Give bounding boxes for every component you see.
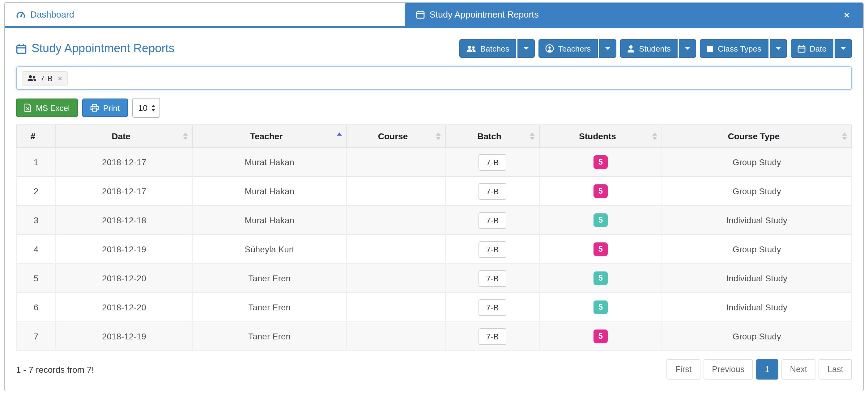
- page-size-spinner[interactable]: 10: [132, 98, 160, 118]
- title-row: Study Appointment Reports Bat: [16, 39, 852, 58]
- sort-icon: [529, 132, 534, 140]
- column-header-course-type[interactable]: Course Type: [662, 125, 851, 147]
- batch-button[interactable]: 7-B: [479, 328, 506, 345]
- page-size-value: 10: [138, 103, 148, 112]
- students-filter-button[interactable]: Students: [620, 39, 678, 58]
- column-header-batch[interactable]: Batch: [446, 125, 539, 147]
- students-count-badge[interactable]: 5: [593, 330, 608, 343]
- filter-label: Date: [810, 44, 827, 53]
- row-number-cell: 4: [17, 235, 56, 264]
- pagination-last-button[interactable]: Last: [819, 359, 852, 379]
- date-cell: 2018-12-18: [56, 206, 193, 235]
- column-header-num[interactable]: #: [17, 125, 56, 147]
- course-cell: [346, 235, 446, 264]
- course-type-cell: Group Study: [662, 177, 851, 206]
- caret-down-icon: [605, 47, 610, 50]
- batches-dropdown-toggle[interactable]: [518, 39, 535, 58]
- tab-dashboard[interactable]: Dashboard: [5, 3, 405, 26]
- column-label: Date: [112, 131, 130, 141]
- row-number-cell: 5: [17, 264, 56, 293]
- print-button[interactable]: Print: [82, 99, 128, 117]
- calendar-icon: [416, 10, 425, 19]
- close-icon[interactable]: ×: [841, 9, 852, 21]
- students-count-badge[interactable]: 5: [593, 155, 608, 169]
- table-row: 7 2018-12-19 Taner Eren 7-B 5 Group Stud…: [17, 322, 851, 351]
- teacher-cell: Taner Eren: [193, 293, 346, 322]
- course-type-cell: Group Study: [662, 147, 851, 177]
- row-number-cell: 7: [17, 322, 56, 351]
- row-number-cell: 6: [17, 293, 56, 322]
- calendar-icon: [16, 43, 27, 54]
- tab-label: Study Appointment Reports: [430, 9, 539, 20]
- batch-button[interactable]: 7-B: [479, 241, 506, 258]
- filter-label: Students: [639, 44, 671, 53]
- filter-students-group: Students: [620, 39, 696, 58]
- filter-label: Class Types: [718, 44, 762, 53]
- pagination-first-button[interactable]: First: [667, 359, 701, 379]
- column-header-teacher[interactable]: Teacher: [193, 125, 346, 147]
- batch-button[interactable]: 7-B: [479, 183, 506, 199]
- users-icon: [27, 74, 36, 82]
- table-header-row: # Date Teacher Course Bat: [17, 125, 851, 147]
- column-header-date[interactable]: Date: [56, 125, 193, 147]
- print-label: Print: [103, 103, 120, 112]
- date-cell: 2018-12-19: [56, 235, 193, 264]
- reports-table: # Date Teacher Course Bat: [16, 125, 852, 351]
- spinner-arrows-icon[interactable]: [151, 104, 155, 111]
- column-header-course[interactable]: Course: [346, 125, 446, 147]
- table-row: 2 2018-12-17 Murat Hakan 7-B 5 Group Stu…: [17, 177, 851, 206]
- batches-filter-button[interactable]: Batches: [459, 39, 516, 58]
- tag-label: 7-B: [40, 73, 53, 83]
- class-types-dropdown-toggle[interactable]: [769, 39, 787, 58]
- batch-cell: 7-B: [446, 147, 539, 177]
- students-dropdown-toggle[interactable]: [679, 39, 696, 58]
- pagination-page-1-button[interactable]: 1: [756, 359, 778, 379]
- batch-button[interactable]: 7-B: [479, 154, 506, 170]
- pagination: First Previous 1 Next Last: [667, 359, 852, 379]
- students-cell: 5: [539, 322, 662, 351]
- class-types-filter-button[interactable]: Class Types: [700, 39, 768, 58]
- column-label: Course: [378, 131, 408, 141]
- teachers-filter-button[interactable]: Teachers: [538, 39, 598, 58]
- date-filter-button[interactable]: Date: [790, 39, 833, 58]
- spinner-down-icon[interactable]: [151, 109, 155, 111]
- batch-button[interactable]: 7-B: [479, 270, 506, 287]
- batch-cell: 7-B: [446, 322, 539, 351]
- pagination-next-button[interactable]: Next: [781, 359, 816, 379]
- row-number-cell: 3: [17, 206, 56, 235]
- tag-remove-icon[interactable]: ×: [58, 74, 62, 82]
- user-icon: [627, 44, 634, 53]
- tab-study-appointment-reports[interactable]: Study Appointment Reports ×: [405, 3, 863, 26]
- sort-icon: [653, 132, 657, 140]
- tab-bar: Dashboard Study Appointment Reports ×: [5, 3, 863, 28]
- teacher-cell: Murat Hakan: [193, 206, 346, 235]
- tab-label: Dashboard: [30, 9, 74, 20]
- column-header-students[interactable]: Students: [539, 125, 662, 147]
- students-count-badge[interactable]: 5: [593, 271, 608, 285]
- course-type-cell: Individual Study: [662, 264, 851, 293]
- teacher-cell: Taner Eren: [193, 264, 346, 293]
- students-count-badge[interactable]: 5: [593, 185, 608, 198]
- pagination-previous-button[interactable]: Previous: [703, 359, 753, 379]
- teacher-cell: Süheyla Kurt: [193, 235, 346, 264]
- students-count-badge[interactable]: 5: [593, 300, 608, 314]
- students-count-badge[interactable]: 5: [593, 242, 608, 256]
- filter-tag-input[interactable]: 7-B ×: [16, 66, 852, 90]
- caret-down-icon: [841, 47, 846, 50]
- date-cell: 2018-12-17: [56, 147, 193, 177]
- sort-asc-icon: [337, 132, 342, 140]
- batch-button[interactable]: 7-B: [479, 212, 506, 229]
- filter-teachers-group: Teachers: [538, 39, 616, 58]
- batch-cell: 7-B: [446, 177, 539, 206]
- caret-down-icon: [776, 47, 780, 50]
- students-count-badge[interactable]: 5: [593, 213, 608, 227]
- table-row: 1 2018-12-17 Murat Hakan 7-B 5 Group Stu…: [17, 147, 851, 177]
- table-footer: 1 - 7 records from 7! First Previous 1 N…: [16, 351, 852, 379]
- teachers-dropdown-toggle[interactable]: [599, 39, 616, 58]
- filter-tag-7b: 7-B ×: [22, 71, 68, 85]
- date-dropdown-toggle[interactable]: [835, 39, 852, 58]
- ms-excel-button[interactable]: MS Excel: [16, 99, 78, 117]
- batch-button[interactable]: 7-B: [479, 299, 506, 315]
- spinner-up-icon[interactable]: [151, 104, 155, 107]
- dashboard-icon: [16, 10, 25, 19]
